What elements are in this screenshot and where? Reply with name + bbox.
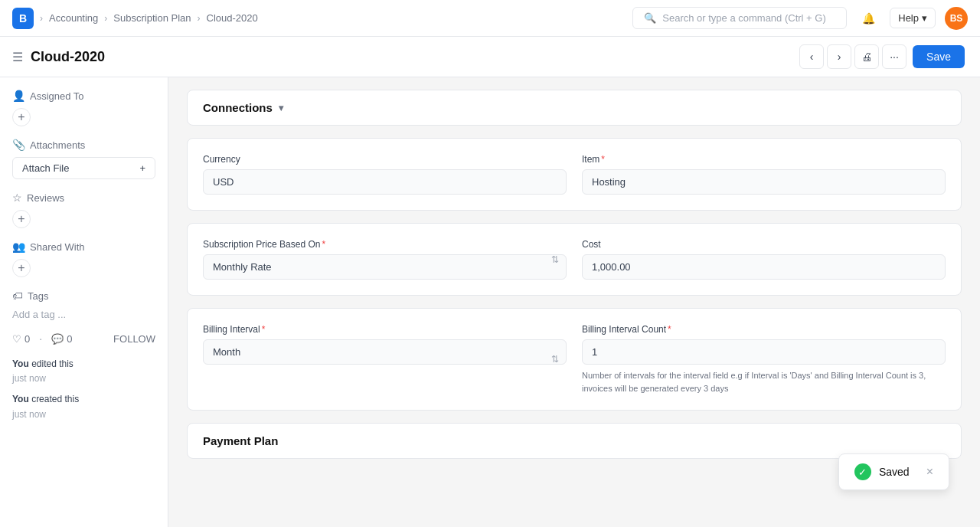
shared-with-label-row: 👥 Shared With bbox=[12, 241, 155, 253]
toast-close-button[interactable]: × bbox=[926, 465, 933, 479]
likes-count: 0 bbox=[24, 333, 30, 345]
price-based-on-label: Subscription Price Based On* bbox=[203, 239, 567, 250]
topbar-left: B › Accounting › Subscription Plan › Clo… bbox=[12, 8, 258, 29]
billing-count-group: Billing Interval Count* Number of interv… bbox=[582, 324, 946, 394]
plus-icon: + bbox=[139, 162, 145, 174]
cost-input[interactable] bbox=[582, 254, 946, 280]
price-cost-row: Subscription Price Based On* ⇅ Cost bbox=[203, 239, 946, 280]
tags-label: Tags bbox=[28, 290, 48, 302]
billing-interval-group: Billing Interval* ⇅ bbox=[203, 324, 567, 394]
tags-section: 🏷 Tags Add a tag ... bbox=[12, 290, 155, 320]
sidebar: 👤 Assigned To + 📎 Attachments Attach Fil… bbox=[0, 77, 168, 527]
page-title: Cloud-2020 bbox=[31, 49, 105, 65]
help-button[interactable]: Help ▾ bbox=[890, 8, 936, 28]
billing-count-input[interactable] bbox=[582, 339, 946, 365]
connections-section: Connections ▾ bbox=[187, 90, 962, 126]
billing-row: Billing Interval* ⇅ Billing Interval Cou… bbox=[203, 324, 946, 394]
reactions-row: ♡ 0 · 💬 0 FOLLOW bbox=[12, 332, 155, 345]
currency-item-section: Currency Item* bbox=[187, 138, 962, 211]
breadcrumb-sep-1: › bbox=[40, 13, 43, 24]
assigned-to-section: 👤 Assigned To + bbox=[12, 90, 155, 126]
item-input[interactable] bbox=[582, 169, 946, 195]
reviews-label: Reviews bbox=[27, 192, 64, 204]
breadcrumb-subscription-plan[interactable]: Subscription Plan bbox=[113, 12, 191, 24]
toast-success-icon: ✓ bbox=[854, 463, 871, 480]
shared-with-label: Shared With bbox=[30, 241, 85, 253]
item-group: Item* bbox=[582, 154, 946, 195]
attachments-label: Attachments bbox=[30, 139, 85, 151]
person-icon: 👤 bbox=[12, 90, 25, 102]
activity-actor-1: You bbox=[12, 358, 29, 369]
currency-input[interactable] bbox=[203, 169, 567, 195]
add-assigned-button[interactable]: + bbox=[12, 108, 31, 126]
app-icon[interactable]: B bbox=[12, 8, 34, 29]
currency-group: Currency bbox=[203, 154, 567, 195]
currency-item-body: Currency Item* bbox=[188, 139, 961, 210]
paperclip-icon: 📎 bbox=[12, 139, 25, 151]
bell-icon: 🔔 bbox=[862, 12, 875, 25]
billing-interval-label: Billing Interval* bbox=[203, 324, 567, 335]
topbar: B › Accounting › Subscription Plan › Clo… bbox=[0, 0, 980, 37]
billing-help-text: Number of intervals for the interval fie… bbox=[582, 369, 946, 394]
search-placeholder: Search or type a command (Ctrl + G) bbox=[662, 12, 826, 24]
add-review-button[interactable]: + bbox=[12, 210, 31, 228]
attach-file-label: Attach File bbox=[22, 162, 69, 174]
notifications-button[interactable]: 🔔 bbox=[856, 6, 880, 31]
likes-item[interactable]: ♡ 0 bbox=[12, 333, 30, 345]
save-button[interactable]: Save bbox=[913, 45, 965, 68]
add-shared-button[interactable]: + bbox=[12, 259, 31, 277]
main-layout: 👤 Assigned To + 📎 Attachments Attach Fil… bbox=[0, 77, 980, 527]
avatar[interactable]: BS bbox=[945, 7, 968, 30]
follow-button[interactable]: FOLLOW bbox=[113, 333, 155, 345]
reviews-section: ☆ Reviews + bbox=[12, 191, 155, 228]
chevron-down-icon: ▾ bbox=[279, 103, 283, 113]
payment-plan-title: Payment Plan bbox=[203, 434, 278, 447]
activity-time-2: just now bbox=[12, 409, 46, 420]
print-button[interactable]: 🖨 bbox=[854, 44, 879, 69]
breadcrumb-sep-2: › bbox=[104, 13, 107, 24]
attach-file-button[interactable]: Attach File + bbox=[12, 157, 155, 179]
activity-log: You edited this just now You created thi… bbox=[12, 357, 155, 422]
comment-icon: 💬 bbox=[51, 333, 64, 345]
comments-count: 0 bbox=[67, 333, 72, 345]
assigned-to-label-row: 👤 Assigned To bbox=[12, 90, 155, 102]
search-bar[interactable]: 🔍 Search or type a command (Ctrl + G) bbox=[632, 7, 847, 29]
activity-actor-2: You bbox=[12, 394, 29, 404]
activity-action-2: created this bbox=[31, 394, 79, 404]
search-icon: 🔍 bbox=[644, 12, 656, 24]
currency-label: Currency bbox=[203, 154, 567, 165]
prev-button[interactable]: ‹ bbox=[799, 44, 824, 69]
comments-item[interactable]: 💬 0 bbox=[51, 333, 72, 345]
dot-separator: · bbox=[39, 332, 42, 345]
attachments-section: 📎 Attachments Attach File + bbox=[12, 139, 155, 179]
billing-interval-input[interactable] bbox=[203, 339, 567, 365]
topbar-right: 🔍 Search or type a command (Ctrl + G) 🔔 … bbox=[632, 6, 968, 31]
billing-body: Billing Interval* ⇅ Billing Interval Cou… bbox=[188, 309, 961, 410]
saved-toast: ✓ Saved × bbox=[838, 453, 949, 490]
breadcrumb-current: Cloud-2020 bbox=[207, 12, 258, 24]
sidebar-toggle-icon[interactable]: ☰ bbox=[12, 50, 23, 64]
price-based-on-group: Subscription Price Based On* ⇅ bbox=[203, 239, 567, 280]
connections-header[interactable]: Connections ▾ bbox=[188, 90, 961, 125]
next-button[interactable]: › bbox=[827, 44, 851, 69]
tags-label-row: 🏷 Tags bbox=[12, 290, 155, 302]
breadcrumb-sep-3: › bbox=[198, 13, 201, 24]
star-icon: ☆ bbox=[12, 191, 22, 204]
breadcrumb-accounting[interactable]: Accounting bbox=[49, 12, 98, 24]
add-tag-placeholder[interactable]: Add a tag ... bbox=[12, 309, 66, 320]
chevron-down-icon: ▾ bbox=[922, 12, 927, 24]
shared-with-section: 👥 Shared With + bbox=[12, 241, 155, 277]
currency-item-row: Currency Item* bbox=[203, 154, 946, 195]
tag-icon: 🏷 bbox=[12, 290, 23, 302]
billing-section: Billing Interval* ⇅ Billing Interval Cou… bbox=[187, 308, 962, 411]
toast-text: Saved bbox=[879, 466, 910, 478]
price-based-on-input[interactable] bbox=[203, 254, 567, 280]
pricing-section: Subscription Price Based On* ⇅ Cost bbox=[187, 223, 962, 296]
assigned-to-label: Assigned To bbox=[30, 90, 84, 102]
page-header: ☰ Cloud-2020 ‹ › 🖨 ··· Save bbox=[0, 37, 980, 77]
cost-group: Cost bbox=[582, 239, 946, 280]
nav-btn-group: ‹ › 🖨 ··· bbox=[799, 44, 906, 69]
more-options-button[interactable]: ··· bbox=[882, 44, 906, 69]
page-header-left: ☰ Cloud-2020 bbox=[12, 49, 105, 65]
activity-item-2: You created this just now bbox=[12, 392, 155, 421]
